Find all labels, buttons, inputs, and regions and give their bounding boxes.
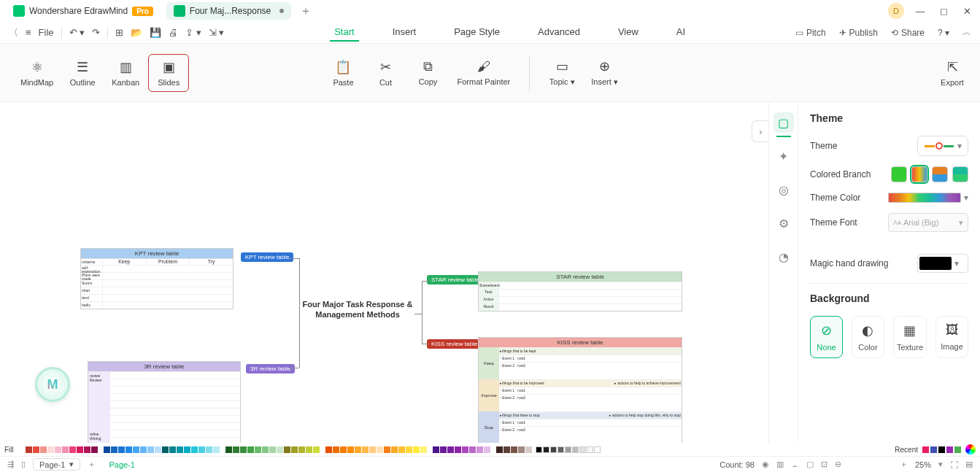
recent-swatch[interactable] [946, 446, 953, 453]
menu-insert[interactable]: Insert [388, 23, 421, 42]
import-button-small[interactable]: ⇲ ▾ [209, 27, 225, 38]
status-bar: ⇶ ▯ Page-1▾ ＋ Page-1 Count: 98 ◉ ▥ ⫠ ▢ ⊡… [0, 456, 980, 472]
paste-button[interactable]: 📋Paste [323, 55, 363, 91]
view-mindmap[interactable]: ⚛MindMap [13, 54, 61, 92]
save-button[interactable]: 💾 [150, 27, 161, 38]
status-icon-6[interactable]: ⊖ [835, 460, 841, 469]
r3-table[interactable]: 3R review table review Review refine Wri… [88, 361, 241, 443]
cb-opt-4[interactable] [952, 166, 968, 182]
fill-color-bar: Fill Recent [0, 443, 980, 456]
panel-tab-settings[interactable]: ⚙ [773, 213, 794, 233]
cb-opt-2[interactable] [911, 166, 927, 182]
add-page-button[interactable]: ＋ [88, 459, 96, 470]
collapse-ribbon-button[interactable]: ︿ [962, 26, 971, 39]
theme-font-label: Theme Font [810, 217, 857, 228]
theme-font-select[interactable]: AᴀArial (Big)▾ [888, 213, 968, 232]
status-icon-3[interactable]: ⫠ [791, 460, 799, 469]
page-tab-1[interactable]: Page-1 [103, 460, 140, 469]
fill-swatch-row[interactable] [18, 446, 601, 453]
menu-advanced[interactable]: Advanced [533, 23, 584, 42]
unsaved-dot-icon [279, 9, 284, 13]
kpt-branch-tag[interactable]: KPT review table [241, 252, 293, 262]
panel-collapse-button[interactable]: › [752, 120, 769, 142]
bg-none[interactable]: ⊘None [810, 316, 843, 358]
color-wheel-icon[interactable] [965, 444, 976, 454]
new-button[interactable]: ⊞ [115, 27, 123, 38]
kiss-branch-tag[interactable]: KISS review table [427, 339, 482, 349]
format-painter-button[interactable]: 🖌Format Painter [450, 55, 517, 91]
kpt-table[interactable]: KPT review table criteria Keep Problem T… [80, 248, 234, 309]
publish-button[interactable]: ✈ Publish [839, 28, 878, 38]
share-button[interactable]: ⟲ Share [891, 28, 925, 38]
menu-ai[interactable]: AI [672, 23, 690, 42]
close-button[interactable]: ✕ [960, 6, 974, 17]
back-button[interactable]: 〈 [9, 26, 18, 39]
toolbar: 〈 ≡ File ↶ ▾ ↷ ⊞ 📂 💾 🖨 ⇪ ▾ ⇲ ▾ Start Ins… [0, 22, 980, 44]
page-selector[interactable]: Page-1▾ [33, 458, 80, 471]
document-tab[interactable]: Four Maj...Response [166, 2, 291, 20]
bg-image[interactable]: 🖼Image [935, 316, 968, 358]
status-icon-1[interactable]: ◉ [762, 460, 769, 469]
recent-swatch[interactable] [938, 446, 945, 453]
ribbon: ⚛MindMap ☰Outline ▥Kanban ▣Slides 📋Paste… [0, 44, 980, 102]
recent-swatch[interactable] [922, 446, 929, 453]
theme-color-picker[interactable] [888, 193, 961, 203]
view-kanban[interactable]: ▥Kanban [104, 54, 147, 92]
user-avatar[interactable]: D [888, 3, 904, 19]
menu-page-style[interactable]: Page Style [450, 23, 504, 42]
export-button-small[interactable]: ⇪ ▾ [185, 27, 201, 38]
topic-button[interactable]: ▭Topic ▾ [541, 54, 582, 91]
pitch-button[interactable]: ▭ Pitch [795, 28, 826, 38]
zoom-in-button[interactable]: ＋ [900, 459, 908, 470]
cut-button[interactable]: ✂Cut [365, 55, 406, 91]
magic-hand-color[interactable]: ▾ [917, 254, 968, 273]
minimize-button[interactable]: — [913, 6, 927, 17]
redo-button[interactable]: ↷ [92, 27, 100, 38]
r3-branch-tag[interactable]: 3R review table [246, 364, 295, 374]
file-menu[interactable]: File [39, 27, 54, 38]
recent-swatch[interactable] [954, 446, 961, 453]
menu-view[interactable]: View [614, 23, 643, 42]
hamburger-icon[interactable]: ≡ [26, 27, 31, 38]
title-bar: Wondershare EdrawMind Pro Four Maj...Res… [0, 0, 980, 22]
open-button[interactable]: 📂 [131, 27, 142, 38]
panel-tab-history[interactable]: ◔ [773, 247, 794, 267]
colored-branch-options [891, 166, 968, 182]
app-tab[interactable]: Wondershare EdrawMind Pro [6, 2, 161, 20]
view-mode-button[interactable]: ▤ [965, 460, 973, 469]
panel-tab-theme[interactable]: ▢ [773, 112, 794, 133]
bg-texture[interactable]: ▦Texture [893, 316, 927, 358]
status-icon-5[interactable]: ⊡ [821, 460, 827, 469]
recent-swatch[interactable] [930, 446, 937, 453]
theme-color-dropdown[interactable]: ▾ [964, 193, 968, 203]
maximize-button[interactable]: ◻ [936, 6, 951, 17]
star-branch-tag[interactable]: STAR review table [427, 275, 484, 285]
bg-color[interactable]: ◐Color [852, 316, 884, 358]
kiss-table[interactable]: KISS review table Keep▸things that to be… [478, 337, 682, 443]
status-icon-4[interactable]: ▢ [806, 460, 814, 469]
cb-opt-3[interactable] [932, 166, 948, 182]
view-slides[interactable]: ▣Slides [148, 54, 189, 92]
assistant-badge[interactable]: M [35, 367, 70, 402]
outline-toggle-icon[interactable]: ⇶ [7, 460, 14, 469]
menu-start[interactable]: Start [330, 23, 358, 42]
insert-button[interactable]: ⊕Insert ▾ [584, 54, 625, 91]
center-topic[interactable]: Four Major Task Response & Management Me… [299, 299, 416, 320]
theme-selector[interactable]: ▾ [917, 136, 968, 156]
panel-tab-icon[interactable]: ◎ [773, 179, 794, 200]
cb-opt-1[interactable] [891, 166, 907, 182]
export-button[interactable]: ⇱Export [932, 55, 973, 91]
zoom-level[interactable]: 25% [915, 460, 931, 469]
fit-screen-button[interactable]: ⛶ [950, 460, 958, 469]
panel-tab-style[interactable]: ✦ [773, 146, 794, 166]
fill-label: Fill [4, 446, 14, 454]
view-outline[interactable]: ☰Outline [62, 54, 103, 92]
copy-button[interactable]: ⧉Copy [407, 55, 448, 91]
help-button[interactable]: ? ▾ [938, 28, 949, 38]
star-table[interactable]: STAR review table Scene/event Task Actio… [478, 271, 682, 312]
slide-toggle-icon[interactable]: ▯ [21, 460, 26, 469]
status-icon-2[interactable]: ▥ [776, 460, 784, 469]
undo-button[interactable]: ↶ ▾ [69, 27, 85, 38]
print-button[interactable]: 🖨 [169, 27, 178, 38]
add-tab-button[interactable]: ＋ [300, 4, 312, 19]
